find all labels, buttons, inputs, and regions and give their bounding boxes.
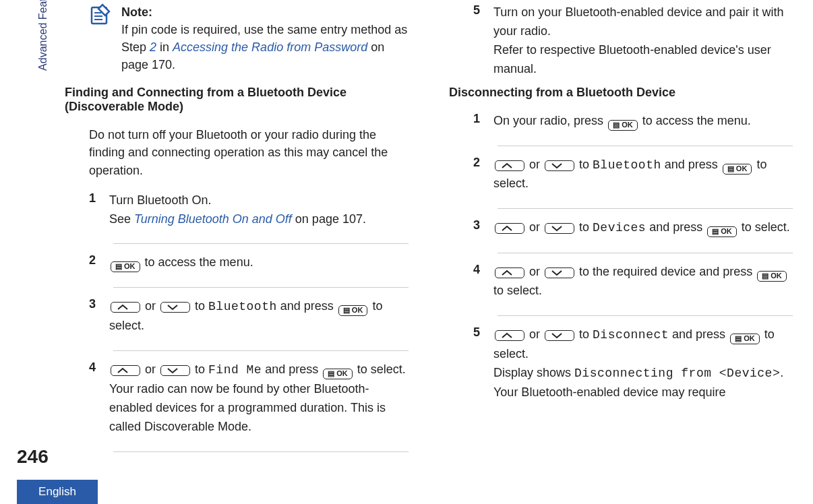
display-text: Disconnecting from <Device> <box>574 367 780 380</box>
ok-key-icon: ▤ OK <box>723 164 752 175</box>
section-b-steps: 1On your radio, press ▤ OK to access the… <box>473 112 793 402</box>
step-body: Turn on your Bluetooth-enabled device an… <box>493 3 793 79</box>
step-link-suf: on page 107. <box>292 212 366 226</box>
section-a-title: Finding and Connecting from a Bluetooth … <box>65 86 409 114</box>
up-key-icon <box>495 160 524 171</box>
note-step-link[interactable]: 2 <box>150 40 156 54</box>
step-body: or to Find Me and press ▤ OK to select.Y… <box>109 360 409 437</box>
step: 4 or to the required device and press ▤ … <box>473 263 793 301</box>
down-key-icon <box>545 223 574 234</box>
section-a-intro: Do not turn off your Bluetooth or your r… <box>89 126 409 179</box>
step-number: 2 <box>473 156 483 194</box>
step-separator <box>113 451 409 452</box>
up-key-icon <box>495 330 524 341</box>
step-number: 4 <box>473 263 483 301</box>
side-tab: Advanced Features in Connect Plus Mode <box>37 0 49 115</box>
menu-target: Bluetooth <box>208 300 277 313</box>
step-body: or to the required device and press ▤ OK… <box>493 263 793 301</box>
menu-target: Find Me <box>208 363 262 377</box>
step-separator <box>498 253 793 253</box>
note-block: Note: If pin code is required, use the s… <box>89 3 409 73</box>
step-separator <box>498 208 793 209</box>
note-link[interactable]: Accessing the Radio from Password <box>173 40 367 54</box>
step-link[interactable]: Turning Bluetooth On and Off <box>134 212 292 226</box>
ok-key-icon: ▤ OK <box>608 120 638 131</box>
step-body: or to Disconnect and press ▤ OK to selec… <box>493 325 793 402</box>
step-separator <box>498 315 793 316</box>
step-separator <box>113 243 409 244</box>
step-separator <box>113 287 409 288</box>
down-key-icon <box>545 267 574 278</box>
step-number: 3 <box>89 297 98 336</box>
step: 3 or to Bluetooth and press ▤ OK to sele… <box>89 297 409 336</box>
step: 2 or to Bluetooth and press ▤ OK to sele… <box>473 156 793 194</box>
up-key-icon <box>495 267 524 278</box>
step-number: 1 <box>473 112 483 131</box>
step: 1Turn Bluetooth On.See Turning Bluetooth… <box>89 191 409 229</box>
step-number: 4 <box>89 360 98 437</box>
step-body: or to Bluetooth and press ▤ OK to select… <box>109 297 409 336</box>
step-body: or to Devices and press ▤ OK to select. <box>493 218 790 238</box>
ok-key-icon: ▤ OK <box>338 305 368 316</box>
ok-key-icon: ▤ OK <box>323 369 353 379</box>
page-content: Note: If pin code is required, use the s… <box>65 3 793 462</box>
step-number: 5 <box>473 325 483 402</box>
menu-target: Disconnect <box>593 328 669 342</box>
menu-target: Bluetooth <box>593 158 661 172</box>
up-key-icon <box>495 223 524 234</box>
step-separator <box>498 146 793 146</box>
down-key-icon <box>545 160 574 171</box>
step: 5 or to Disconnect and press ▤ OK to sel… <box>473 325 793 402</box>
step-link-pre: See <box>109 212 134 226</box>
step-number: 3 <box>473 218 483 238</box>
down-key-icon <box>160 365 190 376</box>
step: 3 or to Devices and press ▤ OK to select… <box>473 218 793 238</box>
step-body: or to Bluetooth and press ▤ OK to select… <box>493 156 793 194</box>
note-icon <box>89 3 112 73</box>
down-key-icon <box>160 302 190 313</box>
ok-key-icon: ▤ OK <box>757 271 787 282</box>
step: 2▤ OK to access the menu. <box>89 253 409 272</box>
ok-key-icon: ▤ OK <box>111 261 140 272</box>
ok-key-icon: ▤ OK <box>730 334 760 344</box>
step: 4 or to Find Me and press ▤ OK to select… <box>89 360 409 437</box>
step-number: 5 <box>473 3 483 79</box>
language-tab: English <box>17 480 98 504</box>
step-body: Turn Bluetooth On.See Turning Bluetooth … <box>109 191 366 229</box>
step: 5Turn on your Bluetooth-enabled device a… <box>473 3 793 79</box>
up-key-icon <box>111 302 140 313</box>
note-label: Note: <box>121 5 152 19</box>
step-number: 1 <box>89 191 98 229</box>
step-number: 2 <box>89 253 98 272</box>
ok-key-icon: ▤ OK <box>707 226 737 237</box>
menu-target: Devices <box>593 221 646 234</box>
down-key-icon <box>545 330 574 341</box>
page-number: 246 <box>17 446 49 468</box>
section-b-title: Disconnecting from a Bluetooth Device <box>449 86 793 100</box>
step: 1On your radio, press ▤ OK to access the… <box>473 112 793 131</box>
step-body: ▤ OK to access the menu. <box>109 253 253 272</box>
step-separator <box>113 350 409 351</box>
note-text-mid: in <box>156 40 173 54</box>
up-key-icon <box>111 365 140 376</box>
step-body: On your radio, press ▤ OK to access the … <box>493 112 751 131</box>
